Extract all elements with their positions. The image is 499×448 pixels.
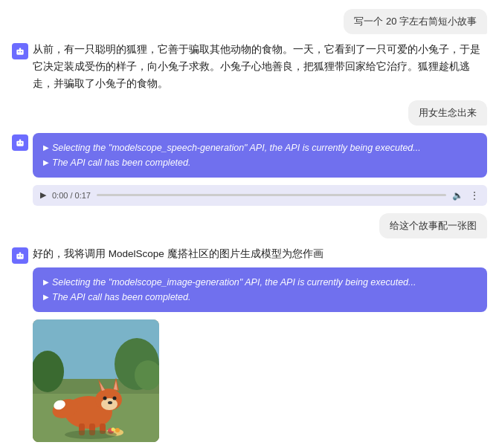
user-bubble-3: 给这个故事配一张图 [379,213,487,238]
svg-point-14 [19,252,20,253]
tool-line-3-1: Selecting the "modelscope_image-generati… [43,275,477,290]
tool-block-3: Selecting the "modelscope_image-generati… [33,267,487,312]
svg-rect-5 [16,140,23,146]
audio-time: 0:00 / 0:17 [52,191,91,200]
svg-point-7 [21,143,22,144]
svg-point-39 [112,427,115,431]
avatar-1 [12,43,28,59]
assistant-content-1: 从前，有一只聪明的狐狸，它善于骗取其他动物的食物。一天，它看到了一只可爱的小兔子… [33,42,487,93]
bot-icon-2 [15,137,25,148]
tool-line-2-2: The API call has been completed. [43,155,477,170]
user-text-2: 用女生念出来 [419,107,477,118]
svg-point-19 [33,351,64,392]
play-button[interactable]: ▶ [40,190,46,200]
bot-icon-3 [15,250,25,261]
assistant-content-3: 好的，我将调用 ModelScope 魔搭社区的图片生成模型为您作画 Selec… [33,246,487,442]
svg-point-38 [115,428,120,432]
user-text-1: 写一个 20 字左右简短小故事 [354,16,477,27]
tool-line-text-2-1: Selecting the "modelscope_speech-generat… [52,140,421,155]
svg-point-11 [18,256,19,257]
svg-point-1 [18,51,19,53]
assistant-text-1: 从前，有一只聪明的狐狸，它善于骗取其他动物的食物。一天，它看到了一只可爱的小兔子… [33,42,487,93]
generated-image [33,319,159,442]
avatar-3 [12,247,28,264]
tool-line-2-1: Selecting the "modelscope_speech-generat… [43,140,477,155]
svg-point-27 [101,398,117,410]
assistant-message-2: Selecting the "modelscope_speech-generat… [12,133,487,206]
svg-point-29 [113,396,117,400]
volume-icon[interactable]: 🔈 [452,190,463,201]
user-message-2: 用女生念出来 [12,100,487,126]
tool-line-text-3-2: The API call has been completed. [52,290,190,305]
tool-line-3-2: The API call has been completed. [43,290,477,305]
svg-point-12 [21,256,22,257]
audio-bar[interactable] [97,194,446,196]
fox-svg [33,319,159,442]
assistant-message-3: 好的，我将调用 ModelScope 魔搭社区的图片生成模型为您作画 Selec… [12,246,487,442]
svg-rect-10 [16,253,23,259]
bot-icon [15,46,25,56]
user-bubble-1: 写一个 20 字左右简短小故事 [344,9,487,34]
tool-line-text-2-2: The API call has been completed. [52,155,190,170]
more-icon[interactable]: ⋮ [469,189,480,201]
svg-point-6 [18,143,19,144]
svg-point-9 [19,139,20,140]
svg-point-28 [103,396,107,400]
svg-point-40 [65,430,117,439]
svg-point-2 [21,51,22,53]
tool-block-2: Selecting the "modelscope_speech-generat… [33,133,487,178]
svg-point-4 [19,48,20,48]
avatar-2 [12,134,28,151]
assistant-content-2: Selecting the "modelscope_speech-generat… [33,133,487,206]
svg-rect-0 [16,50,23,55]
user-bubble-2: 用女生念出来 [408,100,487,126]
user-message-1: 写一个 20 字左右简短小故事 [12,9,487,34]
audio-player[interactable]: ▶ 0:00 / 0:17 🔈 ⋮ [33,185,487,206]
assistant-message-1: 从前，有一只聪明的狐狸，它善于骗取其他动物的食物。一天，它看到了一只可爱的小兔子… [12,42,487,93]
tool-line-text-3-1: Selecting the "modelscope_image-generati… [52,275,416,290]
user-text-3: 给这个故事配一张图 [390,220,477,231]
chat-container: 写一个 20 字左右简短小故事 从前，有一只聪明的狐狸，它善于骗取其他动物的食物… [0,0,499,448]
assistant-text-3: 好的，我将调用 ModelScope 魔搭社区的图片生成模型为您作画 [33,246,487,263]
user-message-3: 给这个故事配一张图 [12,213,487,238]
svg-point-30 [108,401,112,404]
